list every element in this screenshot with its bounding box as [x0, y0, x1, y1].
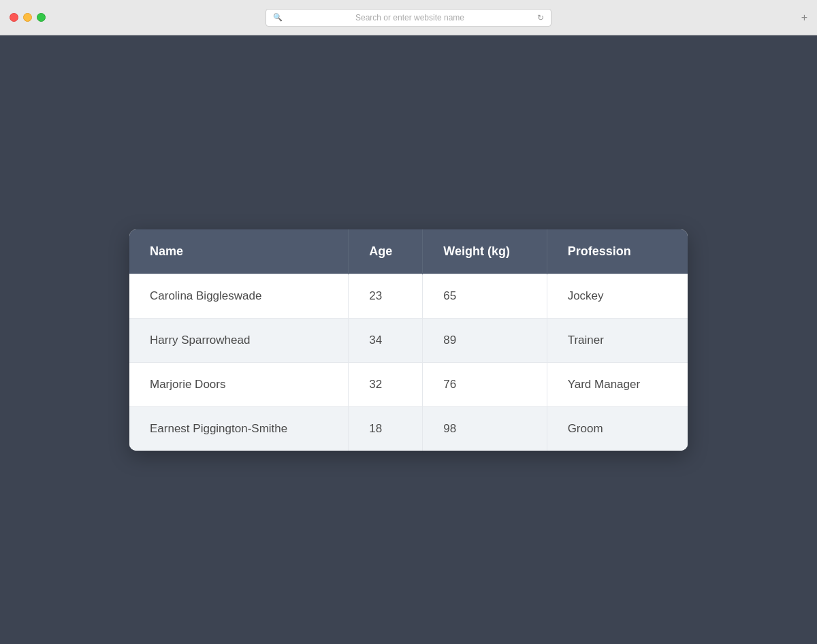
data-table: Name Age Weight (kg) Profession Carolina…: [129, 229, 688, 451]
cell-profession: Jockey: [547, 274, 688, 318]
browser-content: Name Age Weight (kg) Profession Carolina…: [0, 35, 817, 644]
search-icon: 🔍: [273, 13, 283, 22]
minimize-button[interactable]: [23, 13, 32, 22]
table-row: Harry Sparrowhead3489Trainer: [129, 318, 688, 362]
column-header-profession: Profession: [547, 229, 688, 274]
cell-name: Earnest Piggington-Smithe: [129, 406, 349, 451]
address-bar[interactable]: 🔍 Search or enter website name ↻: [266, 9, 551, 27]
column-header-weight: Weight (kg): [423, 229, 547, 274]
cell-age: 34: [349, 318, 423, 362]
refresh-icon[interactable]: ↻: [537, 13, 544, 22]
address-bar-placeholder: Search or enter website name: [287, 13, 533, 22]
column-header-name: Name: [129, 229, 349, 274]
cell-name: Harry Sparrowhead: [129, 318, 349, 362]
table-container: Name Age Weight (kg) Profession Carolina…: [129, 229, 688, 451]
cell-age: 32: [349, 362, 423, 406]
cell-profession: Groom: [547, 406, 688, 451]
cell-name: Carolina Biggleswade: [129, 274, 349, 318]
cell-weight: 65: [423, 274, 547, 318]
traffic-lights: [10, 13, 46, 22]
cell-age: 23: [349, 274, 423, 318]
table-header-row: Name Age Weight (kg) Profession: [129, 229, 688, 274]
cell-name: Marjorie Doors: [129, 362, 349, 406]
cell-weight: 76: [423, 362, 547, 406]
cell-profession: Yard Manager: [547, 362, 688, 406]
close-button[interactable]: [10, 13, 18, 22]
cell-weight: 89: [423, 318, 547, 362]
maximize-button[interactable]: [37, 13, 46, 22]
table-row: Carolina Biggleswade2365Jockey: [129, 274, 688, 318]
cell-weight: 98: [423, 406, 547, 451]
table-row: Marjorie Doors3276Yard Manager: [129, 362, 688, 406]
cell-profession: Trainer: [547, 318, 688, 362]
column-header-age: Age: [349, 229, 423, 274]
browser-chrome: 🔍 Search or enter website name ↻ +: [0, 0, 817, 35]
add-tab-button[interactable]: +: [801, 12, 807, 24]
table-row: Earnest Piggington-Smithe1898Groom: [129, 406, 688, 451]
cell-age: 18: [349, 406, 423, 451]
